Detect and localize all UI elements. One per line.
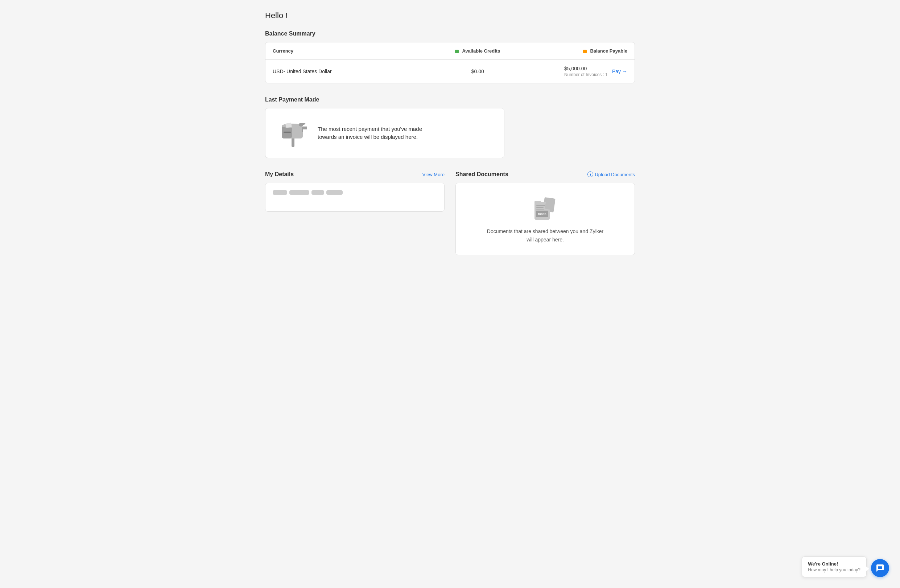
shared-docs-card: DOCS Documents that are shared between y… — [455, 183, 635, 255]
credits-legend-dot — [455, 50, 459, 53]
balance-row: USD- United States Dollar $0.00 $5,000.0… — [265, 60, 635, 83]
blur-block-1 — [273, 190, 287, 195]
svg-rect-6 — [303, 127, 307, 129]
col-header-payable: Balance Payable — [524, 42, 635, 60]
col-header-currency: Currency — [265, 42, 431, 60]
balance-summary-section: Balance Summary Currency Available Credi… — [265, 31, 635, 83]
payable-cell: $5,000.00 Number of Invoices : 1 Pay → — [524, 60, 635, 83]
mailbox-icon — [276, 118, 309, 147]
svg-rect-18 — [536, 209, 544, 209]
bottom-sections: My Details View More Shared Documents i … — [265, 171, 635, 255]
docs-folder-icon: DOCS — [531, 194, 560, 222]
info-icon: i — [587, 171, 593, 177]
last-payment-card: The most recent payment that you've made… — [265, 108, 504, 158]
greeting-text: Hello ! — [265, 11, 635, 20]
svg-rect-17 — [536, 207, 543, 208]
pay-link[interactable]: Pay → — [612, 68, 627, 74]
my-details-title: My Details — [265, 171, 294, 178]
payable-amount: $5,000.00 — [564, 66, 608, 71]
blur-block-3 — [312, 190, 324, 195]
my-details-card — [265, 183, 445, 212]
svg-rect-3 — [284, 132, 291, 133]
svg-rect-13 — [534, 201, 541, 204]
shared-docs-text: Documents that are shared between you an… — [487, 227, 604, 244]
last-payment-section: Last Payment Made — [265, 96, 635, 158]
my-details-section: My Details View More — [265, 171, 445, 255]
balance-summary-card: Currency Available Credits Balance Payab… — [265, 42, 635, 83]
my-details-header: My Details View More — [265, 171, 445, 178]
balance-table: Currency Available Credits Balance Payab… — [265, 42, 635, 83]
svg-text:DOCS: DOCS — [538, 213, 546, 216]
shared-docs-section: Shared Documents i Upload Documents — [455, 171, 635, 255]
shared-docs-header: Shared Documents i Upload Documents — [455, 171, 635, 178]
payable-legend-dot — [583, 50, 587, 53]
credits-cell: $0.00 — [431, 60, 524, 83]
currency-cell: USD- United States Dollar — [265, 60, 431, 83]
svg-rect-16 — [536, 205, 545, 206]
last-payment-text: The most recent payment that you've made… — [318, 125, 422, 141]
blur-block-2 — [289, 190, 309, 195]
view-more-link[interactable]: View More — [422, 172, 445, 177]
invoice-info: Number of Invoices : 1 — [564, 72, 608, 77]
svg-rect-5 — [302, 127, 303, 132]
last-payment-title: Last Payment Made — [265, 96, 635, 103]
blurred-details — [273, 190, 437, 195]
col-header-credits: Available Credits — [431, 42, 524, 60]
upload-docs-link[interactable]: i Upload Documents — [587, 171, 635, 177]
shared-docs-title: Shared Documents — [455, 171, 508, 178]
balance-summary-title: Balance Summary — [265, 31, 635, 37]
blur-block-4 — [326, 190, 343, 195]
